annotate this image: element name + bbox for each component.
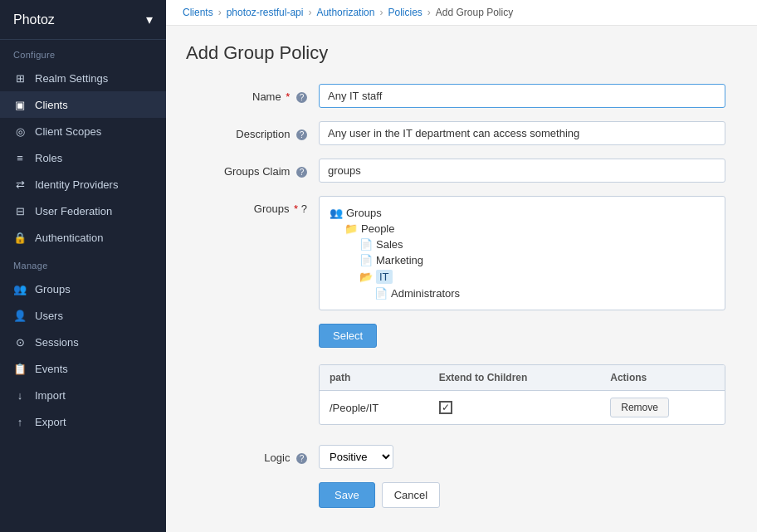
groups-field-group: Groups * ? 👥 Groups 📁 People <box>186 196 737 348</box>
breadcrumb-authorization[interactable]: Authorization <box>316 7 374 18</box>
name-help-icon[interactable]: ? <box>296 92 307 103</box>
tree-root-children: 📁 People 📄 Sales 📄 Marketing <box>330 221 715 301</box>
breadcrumb-current: Add Group Policy <box>436 7 513 18</box>
table-header-path: path <box>320 365 429 391</box>
sidebar-item-clients[interactable]: ▣ Clients <box>0 91 166 118</box>
sidebar-item-label: Sessions <box>35 336 79 349</box>
sidebar-item-authentication[interactable]: 🔒 Authentication <box>0 224 166 251</box>
tree-node-people[interactable]: 📁 People <box>344 221 715 237</box>
table-cell-path: /People/IT <box>320 391 429 425</box>
sidebar-item-user-federation[interactable]: ⊟ User Federation <box>0 198 166 224</box>
sidebar-item-client-scopes[interactable]: ◎ Client Scopes <box>0 118 166 144</box>
breadcrumb-sep-3: › <box>379 7 383 18</box>
sidebar-item-identity-providers[interactable]: ⇄ Identity Providers <box>0 171 166 198</box>
tree-people-icon: 📁 <box>344 222 358 235</box>
groups-claim-input[interactable] <box>319 159 725 183</box>
sidebar-item-label: User Federation <box>35 205 112 217</box>
breadcrumb-photoz-restful-api[interactable]: photoz-restful-api <box>227 7 304 18</box>
clients-icon: ▣ <box>13 98 27 111</box>
brand[interactable]: Photoz ▾ <box>0 0 166 40</box>
tree-administrators-label: Administrators <box>391 287 460 300</box>
table-cell-actions: Remove <box>600 391 725 425</box>
identity-providers-icon: ⇄ <box>13 178 27 191</box>
breadcrumb-clients[interactable]: Clients <box>183 7 213 18</box>
sidebar-item-label: Users <box>35 310 63 322</box>
sidebar-item-sessions[interactable]: ⊙ Sessions <box>0 329 166 355</box>
content-area: Add Group Policy Name * ? Description ? … <box>166 26 757 532</box>
sidebar-item-import[interactable]: ↓ Import <box>0 382 166 408</box>
tree-node-marketing[interactable]: 📄 Marketing <box>359 252 715 268</box>
name-field-group: Name * ? <box>186 84 737 108</box>
configure-section-label: Configure <box>0 40 166 65</box>
table-cell-extend[interactable]: ✓ <box>429 391 601 425</box>
main-content: Clients › photoz-restful-api › Authoriza… <box>166 0 757 532</box>
sessions-icon: ⊙ <box>13 335 27 349</box>
groups-content: 👥 Groups 📁 People 📄 Sales <box>319 196 737 348</box>
breadcrumb-sep-2: › <box>308 7 311 18</box>
name-input[interactable] <box>319 84 725 108</box>
groups-required: * <box>294 203 298 215</box>
name-label: Name * ? <box>186 84 319 103</box>
sidebar-item-export[interactable]: ↑ Export <box>0 408 166 435</box>
tree-root-icon: 👥 <box>330 207 343 219</box>
logic-select[interactable]: Positive Negative <box>319 445 393 469</box>
tree-root-label: Groups <box>346 207 382 219</box>
import-icon: ↓ <box>13 388 27 402</box>
sidebar-item-realm-settings[interactable]: ⊞ Realm Settings <box>0 65 166 91</box>
events-icon: 📋 <box>13 362 27 375</box>
sidebar-item-groups[interactable]: 👥 Groups <box>0 276 166 302</box>
page-title: Add Group Policy <box>186 42 737 64</box>
users-icon: 👤 <box>13 309 27 322</box>
groups-icon: 👥 <box>13 282 27 295</box>
tree-people-children: 📄 Sales 📄 Marketing 📂 IT <box>344 237 715 301</box>
groups-tree[interactable]: 👥 Groups 📁 People 📄 Sales <box>319 196 725 310</box>
table-header-extend: Extend to Children <box>429 365 601 391</box>
sidebar-item-roles[interactable]: ≡ Roles <box>0 144 166 171</box>
name-required: * <box>286 90 290 103</box>
logic-label: Logic ? <box>186 445 319 464</box>
manage-section-label: Manage <box>0 251 166 276</box>
groups-help-icon[interactable]: ? <box>301 203 307 215</box>
sidebar-item-events[interactable]: 📋 Events <box>0 355 166 382</box>
sidebar-item-label: Clients <box>35 99 68 111</box>
realm-settings-icon: ⊞ <box>13 71 27 85</box>
user-federation-icon: ⊟ <box>13 204 27 217</box>
tree-administrators-icon: 📄 <box>374 287 388 300</box>
table-header-actions: Actions <box>600 365 725 391</box>
groups-claim-help-icon[interactable]: ? <box>296 167 307 178</box>
sidebar-item-users[interactable]: 👤 Users <box>0 302 166 329</box>
brand-chevron: ▾ <box>146 12 153 27</box>
logic-field-group: Logic ? Positive Negative <box>186 445 737 469</box>
tree-node-administrators[interactable]: 📄 Administrators <box>374 286 715 301</box>
roles-icon: ≡ <box>13 151 27 164</box>
description-help-icon[interactable]: ? <box>296 129 307 140</box>
remove-button[interactable]: Remove <box>610 398 669 417</box>
select-button[interactable]: Select <box>319 324 377 348</box>
tree-it-label: IT <box>376 270 393 284</box>
tree-node-sales[interactable]: 📄 Sales <box>359 237 715 252</box>
client-scopes-icon: ◎ <box>13 124 27 138</box>
tree-it-icon: 📂 <box>359 271 373 283</box>
description-label: Description ? <box>186 121 319 140</box>
logic-help-icon[interactable]: ? <box>296 453 307 464</box>
form-actions: Save Cancel <box>319 482 737 508</box>
extend-children-checkbox[interactable]: ✓ <box>439 401 452 414</box>
sidebar-item-label: Client Scopes <box>35 125 101 138</box>
description-input[interactable] <box>319 121 725 145</box>
groups-table: path Extend to Children Actions /People/… <box>319 364 725 425</box>
cancel-button[interactable]: Cancel <box>382 482 440 508</box>
save-button[interactable]: Save <box>319 482 375 508</box>
tree-marketing-label: Marketing <box>376 254 423 266</box>
sidebar-item-label: Realm Settings <box>35 72 108 85</box>
tree-sales-label: Sales <box>376 238 403 251</box>
tree-sales-icon: 📄 <box>359 238 373 251</box>
breadcrumb-sep-1: › <box>218 7 222 18</box>
tree-node-root[interactable]: 👥 Groups <box>330 205 715 221</box>
sidebar-item-label: Identity Providers <box>35 178 118 191</box>
sidebar-item-label: Groups <box>35 283 71 295</box>
tree-node-it[interactable]: 📂 IT <box>359 268 715 286</box>
breadcrumb-policies[interactable]: Policies <box>388 7 422 18</box>
sidebar-item-label: Authentication <box>35 232 103 244</box>
description-field-group: Description ? <box>186 121 737 145</box>
tree-people-label: People <box>361 222 394 235</box>
